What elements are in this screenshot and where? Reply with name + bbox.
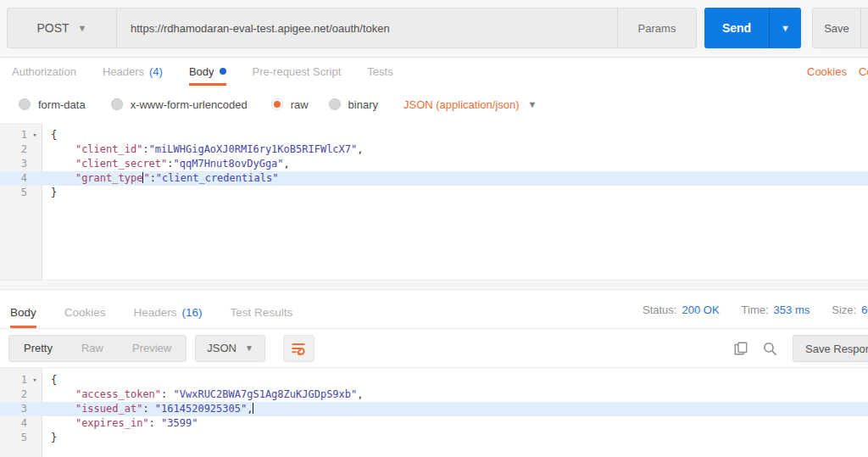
tab-count-badge: (16) (182, 306, 203, 319)
code-text: { (42, 373, 57, 387)
tab-authorization[interactable]: Authorization (12, 58, 76, 86)
tab-headers[interactable]: Headers(16) (134, 290, 203, 328)
line-number: 5 (0, 431, 27, 445)
copy-button[interactable] (727, 335, 754, 362)
tab-test-results[interactable]: Test Results (231, 290, 293, 328)
copy-icon (733, 341, 748, 356)
code-line[interactable]: 1▾{ (0, 128, 868, 142)
code-line[interactable]: 5} (0, 186, 868, 200)
json-punctuation: } (51, 187, 57, 198)
json-punctuation (51, 143, 75, 155)
body-mode-row: form-datax-www-form-urlencodedrawbinary … (0, 86, 868, 123)
section-divider (0, 280, 868, 290)
json-key: "client_secret" (75, 158, 167, 170)
code-text: } (42, 431, 57, 445)
body-mode-raw[interactable]: raw (271, 98, 309, 111)
fold-arrow-icon[interactable]: ▾ (27, 373, 42, 387)
code-line[interactable]: 2 "client_id":"miLWHGigAoXJ0RMI6ry1KoB5R… (0, 142, 868, 157)
body-mode-binary[interactable]: binary (329, 98, 378, 111)
url-input[interactable]: https://rdhamodaran-eval-test.apigee.net… (116, 8, 617, 47)
code-line[interactable]: 4 "grant_type":"client_credentials" (0, 171, 868, 186)
tab-label: Test Results (231, 306, 293, 319)
tab-tests[interactable]: Tests (367, 58, 392, 86)
save-options-chevron-icon[interactable] (860, 8, 868, 47)
size-value[interactable]: 603 B (861, 304, 868, 316)
view-preview[interactable]: Preview (118, 336, 186, 361)
fold-spacer (27, 142, 42, 157)
tab-headers[interactable]: Headers(4) (103, 58, 163, 86)
response-meta: Status: 200 OK Time: 353 ms Size: 603 B (643, 290, 868, 329)
unsaved-dot-icon (220, 68, 226, 75)
params-label: Params (638, 22, 676, 35)
tab-label: Tests (367, 65, 392, 78)
time-value[interactable]: 353 ms (774, 304, 810, 316)
json-punctuation: , (357, 388, 363, 400)
json-punctuation: : (167, 158, 173, 170)
json-value: "qqM7Hnut8ovDyGga" (174, 158, 284, 170)
code-line[interactable]: 5} (0, 431, 868, 445)
tab-label: Pre-request Script (253, 65, 342, 78)
response-body-editor[interactable]: 1▾{2 "access_token": "VwxRUC2BWA7gS1Ag8Z… (0, 368, 868, 457)
save-response-button[interactable]: Save Response (793, 335, 868, 362)
fold-arrow-icon[interactable]: ▾ (27, 128, 42, 142)
fold-spacer (27, 157, 42, 171)
save-button[interactable]: Save (812, 8, 868, 48)
format-dropdown[interactable]: JSON ▼ (195, 335, 265, 362)
json-punctuation: : (161, 388, 173, 400)
body-mode-form-data[interactable]: form-data (19, 98, 86, 111)
method-dropdown[interactable]: POST ▼ (8, 8, 116, 47)
params-button[interactable]: Params (617, 8, 696, 47)
json-key: "client_id" (75, 143, 142, 155)
json-punctuation (51, 417, 75, 429)
code-line[interactable]: 4 "expires_in": "3599" (0, 416, 868, 431)
body-mode-label: binary (348, 98, 378, 111)
radio-icon (111, 98, 123, 110)
view-pretty[interactable]: Pretty (9, 336, 67, 361)
tab-body[interactable]: Body (189, 58, 226, 86)
wrap-lines-icon (290, 340, 307, 357)
fold-spacer (27, 387, 42, 402)
code-text: { (42, 128, 57, 142)
request-tabs: AuthorizationHeaders(4)BodyPre-request S… (0, 58, 868, 86)
postman-window: POST ▼ https://rdhamodaran-eval-test.api… (0, 0, 868, 457)
code-line[interactable]: 2 "access_token": "VwxRUC2BWA7gS1Ag8ZuKJ… (0, 387, 868, 402)
json-key: "grant_type (75, 172, 142, 184)
json-punctuation: } (51, 432, 57, 443)
format-value: JSON (207, 342, 236, 354)
code-line[interactable]: 1▾{ (0, 373, 868, 387)
tab-pre-request-script[interactable]: Pre-request Script (253, 58, 342, 86)
json-value: "client_credentials" (156, 172, 279, 184)
status-value[interactable]: 200 OK (682, 304, 719, 316)
fold-spacer (27, 171, 42, 186)
search-button[interactable] (756, 335, 783, 362)
json-value: "VwxRUC2BWA7gS1Ag8ZuKJGDpS9xb" (174, 388, 358, 400)
chevron-down-icon: ▼ (78, 23, 87, 33)
json-punctuation: : (142, 143, 148, 155)
tab-count-badge: (4) (149, 65, 163, 78)
code-text: } (42, 186, 57, 200)
chevron-down-icon: ▼ (528, 99, 537, 109)
code-line[interactable]: 3 "issued_at": "1614520925305", (0, 402, 868, 416)
send-options-chevron-icon[interactable]: ▼ (769, 8, 801, 48)
request-body-editor[interactable]: 1▾{2 "client_id":"miLWHGigAoXJ0RMI6ry1Ko… (0, 123, 868, 280)
body-mode-x-www-form-urlencoded[interactable]: x-www-form-urlencoded (111, 98, 248, 111)
wrap-lines-button[interactable] (283, 335, 314, 362)
send-button[interactable]: Send ▼ (704, 8, 801, 48)
view-raw[interactable]: Raw (67, 336, 118, 361)
tab-cookies[interactable]: Cookies (64, 290, 106, 328)
line-number: 2 (0, 142, 27, 157)
method-value: POST (36, 21, 69, 35)
json-punctuation: : (150, 172, 156, 184)
code-link[interactable]: Code (859, 65, 868, 78)
code-line[interactable]: 3 "client_secret":"qqM7Hnut8ovDyGga", (0, 157, 868, 171)
content-type-dropdown[interactable]: JSON (application/json) ▼ (403, 98, 537, 111)
tab-label: Headers (134, 306, 177, 319)
save-label: Save (813, 8, 860, 47)
cookies-link[interactable]: Cookies (807, 65, 847, 78)
radio-icon (19, 98, 31, 110)
fold-spacer (27, 402, 42, 416)
tab-body[interactable]: Body (10, 290, 36, 328)
json-value: "3599" (161, 417, 198, 429)
line-number: 3 (0, 402, 27, 416)
json-punctuation: { (51, 374, 57, 386)
